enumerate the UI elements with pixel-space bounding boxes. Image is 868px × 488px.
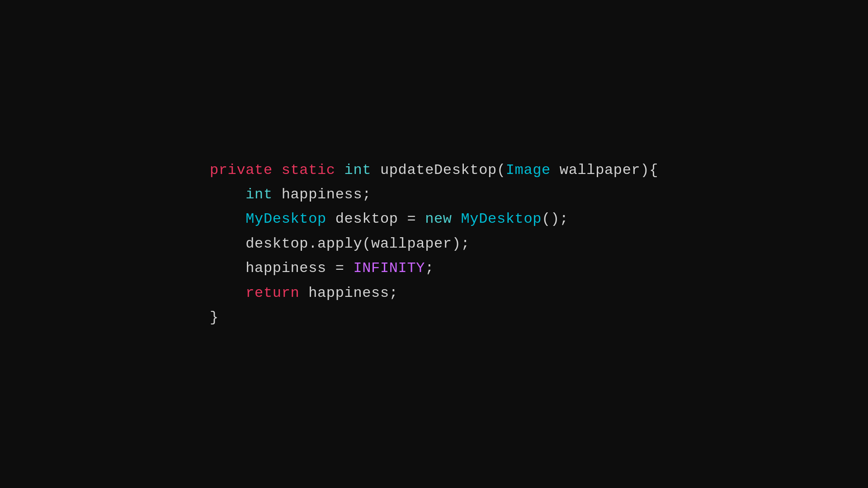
code-line: return happiness; bbox=[210, 281, 658, 305]
code-line: happiness = INFINITY; bbox=[210, 256, 658, 281]
code-token: ; bbox=[425, 260, 434, 277]
code-line: desktop.apply(wallpaper); bbox=[210, 232, 658, 256]
code-token: wallpaper){ bbox=[551, 162, 658, 178]
code-token: int bbox=[344, 162, 372, 178]
code-token bbox=[452, 211, 461, 227]
code-token bbox=[210, 186, 245, 203]
code-token: (); bbox=[542, 211, 569, 227]
code-token: desktop.apply(wallpaper); bbox=[210, 235, 470, 252]
code-token: } bbox=[210, 309, 219, 326]
code-block: private static int updateDesktop(Image w… bbox=[210, 158, 658, 330]
code-token: INFINITY bbox=[353, 260, 425, 277]
code-token bbox=[273, 162, 282, 178]
code-token: desktop = bbox=[326, 211, 425, 227]
code-token bbox=[335, 162, 344, 178]
code-token: happiness; bbox=[273, 186, 371, 203]
code-token: Image bbox=[506, 162, 551, 178]
code-token: MyDesktop bbox=[461, 211, 542, 227]
code-line: int happiness; bbox=[210, 183, 658, 207]
code-token: return bbox=[245, 285, 299, 301]
code-token: private bbox=[210, 162, 273, 178]
code-token: int bbox=[245, 186, 273, 203]
code-token: new bbox=[425, 211, 452, 227]
code-token: happiness; bbox=[299, 285, 398, 301]
code-line: MyDesktop desktop = new MyDesktop(); bbox=[210, 207, 658, 231]
code-token: MyDesktop bbox=[245, 211, 326, 227]
code-line: } bbox=[210, 305, 658, 330]
code-token: static bbox=[282, 162, 335, 178]
code-token: happiness = bbox=[210, 260, 354, 277]
code-token bbox=[210, 211, 245, 227]
code-line: private static int updateDesktop(Image w… bbox=[210, 158, 658, 183]
code-token: updateDesktop( bbox=[371, 162, 506, 178]
code-token bbox=[210, 285, 245, 301]
